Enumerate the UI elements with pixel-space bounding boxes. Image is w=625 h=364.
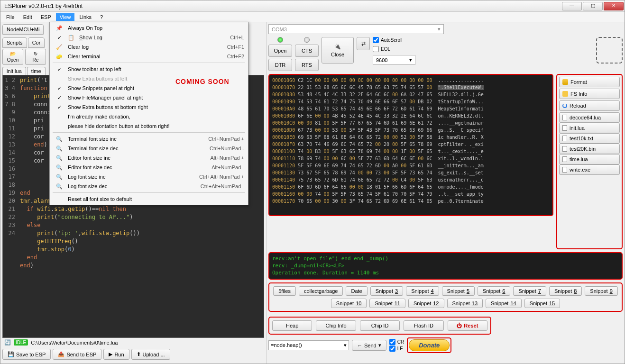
menu-edit[interactable]: Edit xyxy=(19,13,36,21)
snippet-button[interactable]: Snippet12 xyxy=(408,299,444,308)
snippets-panel: 5filescollectgarbageDateSnippet3Snippet4… xyxy=(268,282,623,312)
menu-view[interactable]: View xyxy=(56,13,75,21)
menu-file[interactable]: File xyxy=(2,13,18,21)
snippet-button[interactable]: Snippet4 xyxy=(406,286,439,296)
tab-scripts[interactable]: Scripts xyxy=(2,37,27,48)
file-icon xyxy=(562,136,567,141)
log-panel[interactable]: recv:an't open file") end end _dump()rec… xyxy=(268,252,623,280)
format-button[interactable]: Format xyxy=(559,77,620,87)
save-to-esp-button[interactable]: 💾 Save to ESP xyxy=(2,349,51,360)
menu-edit-font-dec[interactable]: 🔍Editor font size decAlt+NumPad - xyxy=(51,163,247,172)
menu-help[interactable]: ? xyxy=(96,13,107,21)
menu-edit-font-inc[interactable]: 🔍Editor font size incAlt+NumPad + xyxy=(51,153,247,163)
menu-term-font-dec[interactable]: 🔍Terminal font size decCtrl+NumPad - xyxy=(51,144,247,153)
snippet-button[interactable]: Snippet14 xyxy=(486,299,522,308)
right-pane: COM3▾ Open DTR CTS RTS 🔌Close ⇄ AutoScro… xyxy=(266,22,625,364)
snippet-button[interactable]: Snippet11 xyxy=(369,299,405,308)
file-item[interactable]: test10k.txt xyxy=(559,133,620,144)
heap-button[interactable]: Heap xyxy=(272,320,312,331)
chip-icon xyxy=(596,37,623,64)
snippet-button[interactable]: 5files xyxy=(273,286,296,296)
autoscroll-checkbox[interactable]: AutoScroll xyxy=(373,37,415,43)
snippet-button[interactable]: collectgarbage xyxy=(299,286,343,296)
menu-always-on-top[interactable]: 📌Always On Top xyxy=(51,23,247,33)
lf-checkbox[interactable]: LF xyxy=(389,346,404,352)
close-button[interactable]: ✕ xyxy=(604,2,624,10)
menu-log-font-dec[interactable]: 🔍Log font size decCtrl+Alt+NumPad - xyxy=(51,182,247,191)
baud-combo[interactable]: 9600▾ xyxy=(373,55,415,65)
menu-clear-terminal[interactable]: 🧽Clear terminalCtrl+F2 xyxy=(51,52,247,61)
file-item[interactable]: decode64.lua xyxy=(559,112,620,123)
status-idle: IDLE xyxy=(14,339,28,346)
fsinfo-button[interactable]: FS Info xyxy=(559,89,620,99)
file-tab-init[interactable]: init.lua xyxy=(2,67,26,75)
menu-donation-line1[interactable]: I'm already make donation, xyxy=(51,112,247,121)
minimize-button[interactable]: — xyxy=(562,2,582,10)
snippet-button[interactable]: Snippet15 xyxy=(524,299,561,308)
menu-log-font-inc[interactable]: 🔍Log font size incCtrl+Alt+NumPad + xyxy=(51,172,247,182)
cr-checkbox[interactable]: CR xyxy=(389,339,404,345)
send-to-esp-button[interactable]: 📤 Send to ESP xyxy=(53,349,101,360)
menu-reset-fonts[interactable]: Reset all font size to default xyxy=(51,194,247,204)
menu-show-filemanager[interactable]: Show FileManager panel at right xyxy=(51,93,247,102)
chipinfo-button[interactable]: Chip Info xyxy=(316,320,356,331)
menu-show-toolbar[interactable]: Show toolbar at top left xyxy=(51,64,247,74)
com-port-combo[interactable]: COM3▾ xyxy=(268,24,444,34)
open-file-button[interactable]: 📂Open xyxy=(2,49,23,65)
cts-button[interactable]: CTS xyxy=(295,45,319,57)
file-icon xyxy=(562,125,567,131)
close-port-button[interactable]: 🔌Close xyxy=(322,37,354,64)
snippet-button[interactable]: Snippet5 xyxy=(442,286,475,296)
run-button[interactable]: ▶ Run xyxy=(103,349,129,360)
status-path: C:\Users\Victor\Documents\0\time.lua xyxy=(31,340,118,346)
file-item[interactable]: write.exe xyxy=(559,164,620,175)
menu-esp[interactable]: ESP xyxy=(37,13,55,21)
reload-fs-button[interactable]: Reload xyxy=(559,100,620,111)
reload-icon xyxy=(562,103,567,108)
file-icon xyxy=(562,156,567,162)
menu-term-font-inc[interactable]: 🔍Terminal font size incCtrl+NumPad + xyxy=(51,134,247,144)
send-button[interactable]: ← Send ▾ xyxy=(352,340,386,351)
maximize-button[interactable]: ▢ xyxy=(583,2,603,10)
terminal-hex-view[interactable]: 00001060 C2 1C 00 00 00 00 00 00 00 00 0… xyxy=(268,74,553,216)
command-input[interactable]: =node.heap()▾ xyxy=(268,340,349,350)
donate-button[interactable]: Donate xyxy=(409,339,450,351)
snippet-button[interactable]: Snippet13 xyxy=(447,299,483,308)
swap-button[interactable]: ⇄ xyxy=(357,37,370,50)
menu-show-extra-br[interactable]: Show Extra buttons at bottom right xyxy=(51,102,247,112)
snippet-button[interactable]: Date xyxy=(346,286,367,296)
chipid-button[interactable]: Chip ID xyxy=(360,320,400,331)
menubar: File Edit ESP View Links ? xyxy=(0,12,625,22)
snippet-button[interactable]: Snippet7 xyxy=(513,286,546,296)
titlebar[interactable]: ESPlorer v0.2.0-rc1 by 4refr0nt — ▢ ✕ xyxy=(0,0,625,12)
snippet-button[interactable]: Snippet8 xyxy=(549,286,582,296)
coming-soon-label: COMING SOON xyxy=(175,78,230,85)
file-item[interactable]: init.lua xyxy=(559,123,620,133)
reset-button[interactable]: ⏻ Reset xyxy=(448,320,487,331)
tab-commands[interactable]: Cor xyxy=(28,37,45,48)
snippet-button[interactable]: Snippet3 xyxy=(370,286,403,296)
tab-nodemcu[interactable]: NodeMCU+Mi xyxy=(2,24,44,35)
snippet-button[interactable]: Snippet6 xyxy=(478,286,510,296)
upload-button[interactable]: ⬆ Upload ... xyxy=(131,349,170,360)
dtr-button[interactable]: DTR xyxy=(268,59,292,71)
reload-button[interactable]: ↻Re xyxy=(25,49,46,65)
reload-icon[interactable]: 🔄 xyxy=(4,339,11,346)
file-tab-time[interactable]: time xyxy=(27,67,46,75)
file-icon xyxy=(562,167,567,173)
open-port-button[interactable]: Open xyxy=(268,45,292,57)
snippet-button[interactable]: Snippet10 xyxy=(331,299,367,308)
snippet-button[interactable]: Snippet9 xyxy=(585,286,617,296)
rts-button[interactable]: RTS xyxy=(295,59,319,71)
file-item[interactable]: test20K.bin xyxy=(559,144,620,154)
menu-links[interactable]: Links xyxy=(75,13,95,21)
menu-show-log[interactable]: 📋Show LogCtrl+L xyxy=(51,33,247,42)
window-title: ESPlorer v0.2.0-rc1 by 4refr0nt xyxy=(4,3,83,9)
file-icon xyxy=(562,115,567,120)
view-menu-dropdown: 📌Always On Top 📋Show LogCtrl+L 🧹Clear lo… xyxy=(49,22,248,205)
eol-checkbox[interactable]: EOL xyxy=(373,46,415,52)
menu-clear-log[interactable]: 🧹Clear logCtrl+F1 xyxy=(51,42,247,52)
file-item[interactable]: time.lua xyxy=(559,154,620,164)
menu-donation-line2[interactable]: please hide dontation button at bottom r… xyxy=(51,121,247,131)
flashid-button[interactable]: Flash ID xyxy=(404,320,443,331)
